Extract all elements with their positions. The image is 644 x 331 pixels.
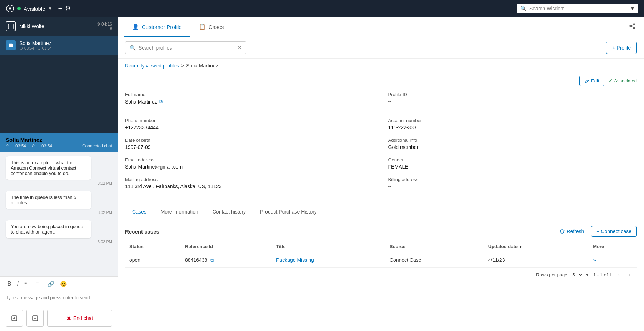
field-dob: Date of birth 1997-07-09 <box>125 137 374 150</box>
gender-label: Gender <box>388 157 637 162</box>
message-3: You are now being placed in queue to cha… <box>6 220 91 238</box>
cell-title: Package Missing <box>272 252 385 268</box>
search-row: 🔍 ✕ + Profile <box>118 37 644 59</box>
phone-value: +12223334444 <box>125 125 374 130</box>
btab-cases[interactable]: Cases <box>125 204 154 220</box>
unordered-list-button[interactable]: ≡ <box>34 280 43 288</box>
topbar-right: 🔍 ▼ <box>517 4 638 13</box>
connect-case-button[interactable]: + Connect case <box>591 226 637 237</box>
chat-input-area[interactable] <box>0 291 118 305</box>
profile-fields: Edit ✓ Associated Full name Sofia Martin… <box>118 73 644 204</box>
cell-status: open <box>125 252 181 268</box>
profile-section-2: Phone number +12223334444 Account number… <box>125 118 637 130</box>
chevron-down-icon[interactable]: ▼ <box>48 6 53 11</box>
svg-point-14 <box>630 25 631 27</box>
end-chat-button[interactable]: ✖ End chat <box>47 310 112 327</box>
search-profiles-input-wrap[interactable]: 🔍 ✕ <box>125 41 246 54</box>
svg-point-12 <box>633 24 635 25</box>
account-label: Account number <box>388 118 637 123</box>
chat-active-icon <box>9 43 13 47</box>
nikki-time: ⏱ 04:16 <box>96 22 112 27</box>
message-1-time: 3:02 PM <box>6 181 112 185</box>
message-2-time: 3:02 PM <box>6 210 112 215</box>
contact-item-sofia-list[interactable]: Sofia Martinez ⏱ 03:54 ⏱ 03:54 <box>0 36 118 55</box>
edit-button[interactable]: Edit <box>579 76 604 86</box>
contact-list: Nikki Wolfe ⏱ 04:16 8 S <box>0 17 118 133</box>
ol-icon: ≡ <box>24 280 30 286</box>
mailing-value: 111 3rd Ave , Fairbanks, Alaska, US, 111… <box>125 184 374 189</box>
tab-cases-label: Cases <box>209 24 224 30</box>
copy-icon-name[interactable]: ⧉ <box>159 99 163 105</box>
cases-section: Recent cases Refresh + Connect case <box>118 220 644 287</box>
contact-item-nikki[interactable]: Nikki Wolfe ⏱ 04:16 8 <box>0 17 118 36</box>
rows-per-page-label: Rows per page: <box>536 272 569 277</box>
breadcrumb-separator: > <box>181 63 184 69</box>
cell-reference-id: 88416438 ⧉ <box>181 252 272 268</box>
email-label: Email address <box>125 157 374 162</box>
settings-icon[interactable]: ⚙ <box>65 5 71 12</box>
italic-button[interactable]: I <box>16 280 20 288</box>
sofia-list-icon <box>6 40 16 50</box>
status-section: Available ▼ + ⚙ <box>6 4 71 13</box>
connect-case-label: + Connect case <box>596 229 631 234</box>
end-chat-icon: ✖ <box>66 315 71 322</box>
add-icon[interactable]: + <box>58 5 63 13</box>
btab-more-info[interactable]: More information <box>154 204 205 220</box>
cases-table-header: Status Reference Id Title Source Updated… <box>125 241 637 252</box>
message-3-wrapper: You are now being placed in queue to cha… <box>6 220 112 244</box>
pagination-row: Rows per page: 5 10 25 ▼ 1 - 1 of 1 ‹ › <box>125 268 637 281</box>
col-reference-id: Reference Id <box>181 241 272 252</box>
active-time1: 03:54 <box>15 144 26 149</box>
chat-message-input[interactable] <box>6 295 112 300</box>
refresh-button[interactable]: Refresh <box>555 226 588 236</box>
next-page-button[interactable]: › <box>626 271 633 279</box>
refresh-label: Refresh <box>566 229 584 234</box>
template-button[interactable] <box>26 310 44 327</box>
bold-button[interactable]: B <box>6 280 13 288</box>
svg-rect-2 <box>9 44 13 47</box>
available-label[interactable]: Available <box>24 6 45 12</box>
search-wisdom-input[interactable] <box>529 6 628 11</box>
btab-contact-history[interactable]: Contact history <box>205 204 253 220</box>
full-name-value: Sofia Martinez ⧉ <box>125 99 374 105</box>
breadcrumb-link[interactable]: Recently viewed profiles <box>125 63 179 69</box>
search-profiles-input[interactable] <box>139 45 234 51</box>
app-logo <box>6 4 14 13</box>
copy-icon-ref[interactable]: ⧉ <box>210 257 214 263</box>
search-icon: 🔍 <box>520 6 526 11</box>
tab-customer-profile[interactable]: 👤 Customer Profile <box>124 17 190 37</box>
field-phone: Phone number +12223334444 <box>125 118 374 130</box>
search-clear-button[interactable]: ✕ <box>237 44 242 51</box>
case-title-link[interactable]: Package Missing <box>276 257 314 263</box>
attach-button[interactable] <box>6 310 23 327</box>
svg-text:≡: ≡ <box>36 280 39 286</box>
active-time1-icon: ⏱ <box>6 144 10 148</box>
field-gender: Gender FEMALE <box>388 157 637 170</box>
nikki-time-value: 04:16 <box>101 22 112 27</box>
top-bar: Available ▼ + ⚙ 🔍 ▼ <box>0 0 644 17</box>
sofia-list-info: Sofia Martinez ⏱ 03:54 ⏱ 03:54 <box>19 40 112 50</box>
col-updated-date[interactable]: Updated date ▼ <box>484 241 589 252</box>
share-button[interactable] <box>626 20 638 34</box>
tab-cases[interactable]: 📋 Cases <box>190 17 233 37</box>
emoji-button[interactable]: 😊 <box>59 280 69 288</box>
add-profile-button[interactable]: + Profile <box>606 42 637 54</box>
prev-page-button[interactable]: ‹ <box>616 271 622 279</box>
ordered-list-button[interactable]: ≡ <box>23 280 31 288</box>
left-sidebar: Nikki Wolfe ⏱ 04:16 8 S <box>0 17 118 331</box>
edit-icon <box>585 79 590 84</box>
svg-text:≡: ≡ <box>24 281 27 286</box>
profile-content: 🔍 ✕ + Profile Recently viewed profiles >… <box>118 37 644 331</box>
btab-purchase-history[interactable]: Product Purchase History <box>253 204 324 220</box>
nikki-meta: ⏱ 04:16 8 <box>96 22 112 31</box>
rows-per-page-select[interactable]: 5 10 25 <box>571 272 583 278</box>
breadcrumb: Recently viewed profiles > Sofia Martine… <box>118 59 644 73</box>
reference-id-value: 88416438 <box>185 257 207 263</box>
additional-value: Gold member <box>388 144 637 150</box>
more-chevron[interactable]: » <box>593 257 596 263</box>
link-button[interactable]: 🔗 <box>46 280 56 288</box>
cell-updated-date: 4/11/23 <box>484 252 589 268</box>
breadcrumb-current: Sofia Martinez <box>186 63 218 69</box>
search-dropdown-arrow[interactable]: ▼ <box>630 6 635 11</box>
search-wisdom-bar[interactable]: 🔍 ▼ <box>517 4 638 13</box>
